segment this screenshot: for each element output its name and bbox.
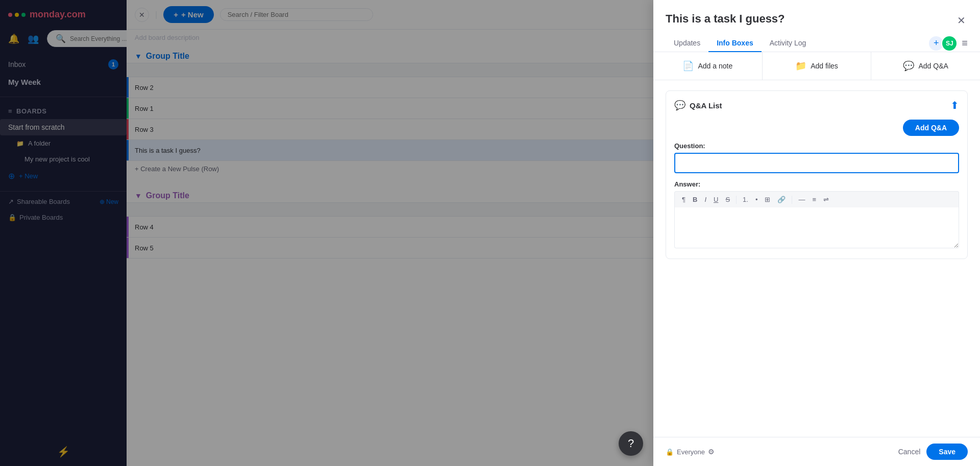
add-qa-button[interactable]: Add Q&A bbox=[903, 120, 959, 136]
toolbar-underline[interactable]: U bbox=[710, 194, 721, 205]
toolbar-table[interactable]: ⊞ bbox=[762, 194, 773, 205]
close-icon: ✕ bbox=[957, 15, 966, 26]
action-row: 📄 Add a note 📁 Add files 💬 Add Q&A bbox=[653, 52, 980, 80]
qa-card-header: 💬 Q&A List ⬆ bbox=[674, 99, 959, 111]
files-icon: 📁 bbox=[795, 60, 806, 72]
panel-menu-button[interactable]: ≡ bbox=[962, 37, 968, 49]
tab-updates-label: Updates bbox=[674, 39, 700, 47]
panel-tab-actions: + SJ ≡ bbox=[928, 35, 968, 52]
privacy-label: Everyone bbox=[677, 448, 705, 456]
toolbar-align[interactable]: ≡ bbox=[809, 194, 819, 205]
toolbar-ordered-list[interactable]: 1. bbox=[740, 194, 751, 205]
question-input[interactable] bbox=[674, 153, 959, 173]
panel-footer: 🔒 Everyone ⚙ Cancel Save bbox=[653, 437, 980, 466]
add-files-item[interactable]: 📁 Add files bbox=[763, 52, 872, 80]
panel-avatar-group: + SJ bbox=[928, 35, 958, 52]
toolbar-paragraph[interactable]: ¶ bbox=[679, 194, 689, 205]
add-files-label: Add files bbox=[811, 62, 838, 70]
qa-title-text: Q&A List bbox=[690, 101, 722, 110]
add-qa-label: Add Q&A bbox=[918, 62, 948, 70]
panel-body: 💬 Q&A List ⬆ Add Q&A Question: Answer: ¶… bbox=[653, 80, 980, 437]
tab-activity-log[interactable]: Activity Log bbox=[762, 35, 815, 52]
answer-toolbar: ¶ B I U S 1. • ⊞ 🔗 — ≡ ⇌ bbox=[674, 191, 959, 207]
toolbar-link[interactable]: 🔗 bbox=[774, 194, 789, 205]
toolbar-bold[interactable]: B bbox=[690, 194, 700, 205]
add-note-label: Add a note bbox=[698, 62, 732, 70]
close-panel-button[interactable]: ✕ bbox=[955, 12, 968, 29]
help-button[interactable]: ? bbox=[619, 431, 643, 456]
panel-tabs: Updates Info Boxes Activity Log + SJ ≡ bbox=[653, 29, 980, 52]
tab-info-boxes-label: Info Boxes bbox=[717, 39, 753, 47]
qa-form: Question: Answer: ¶ B I U S 1. • ⊞ 🔗 — ≡ bbox=[674, 142, 959, 250]
tab-info-boxes[interactable]: Info Boxes bbox=[708, 35, 762, 52]
toolbar-hr[interactable]: — bbox=[795, 194, 808, 205]
save-button[interactable]: Save bbox=[926, 444, 968, 460]
upload-button[interactable]: ⬆ bbox=[950, 99, 959, 111]
answer-input[interactable] bbox=[674, 207, 959, 248]
toolbar-strikethrough[interactable]: S bbox=[722, 194, 733, 205]
panel-avatar-sj: SJ bbox=[941, 35, 958, 52]
add-qa-item[interactable]: 💬 Add Q&A bbox=[871, 52, 980, 80]
qa-action-icon: 💬 bbox=[903, 60, 914, 72]
tab-activity-log-label: Activity Log bbox=[770, 39, 806, 47]
toolbar-sep-1 bbox=[736, 196, 737, 204]
qa-card: 💬 Q&A List ⬆ Add Q&A Question: Answer: ¶… bbox=[666, 90, 968, 259]
note-icon: 📄 bbox=[682, 60, 694, 72]
panel-header: This is a task I guess? ✕ bbox=[653, 0, 980, 29]
panel-title: This is a task I guess? bbox=[666, 12, 785, 26]
footer-actions: Cancel Save bbox=[898, 444, 968, 460]
qa-title: 💬 Q&A List bbox=[674, 100, 722, 111]
toolbar-italic[interactable]: I bbox=[701, 194, 709, 205]
qa-icon: 💬 bbox=[674, 100, 685, 111]
footer-privacy: 🔒 Everyone ⚙ bbox=[666, 448, 715, 456]
privacy-settings-icon[interactable]: ⚙ bbox=[708, 448, 715, 456]
toolbar-sep-2 bbox=[792, 196, 792, 204]
cancel-button[interactable]: Cancel bbox=[898, 448, 921, 456]
toolbar-bullet-list[interactable]: • bbox=[752, 194, 761, 205]
question-label: Question: bbox=[674, 142, 959, 150]
toolbar-indent[interactable]: ⇌ bbox=[820, 194, 832, 205]
add-note-item[interactable]: 📄 Add a note bbox=[653, 52, 763, 80]
privacy-lock-icon: 🔒 bbox=[666, 448, 674, 456]
task-panel: This is a task I guess? ✕ Updates Info B… bbox=[653, 0, 980, 466]
answer-label: Answer: bbox=[674, 180, 959, 188]
tab-updates[interactable]: Updates bbox=[666, 35, 708, 52]
